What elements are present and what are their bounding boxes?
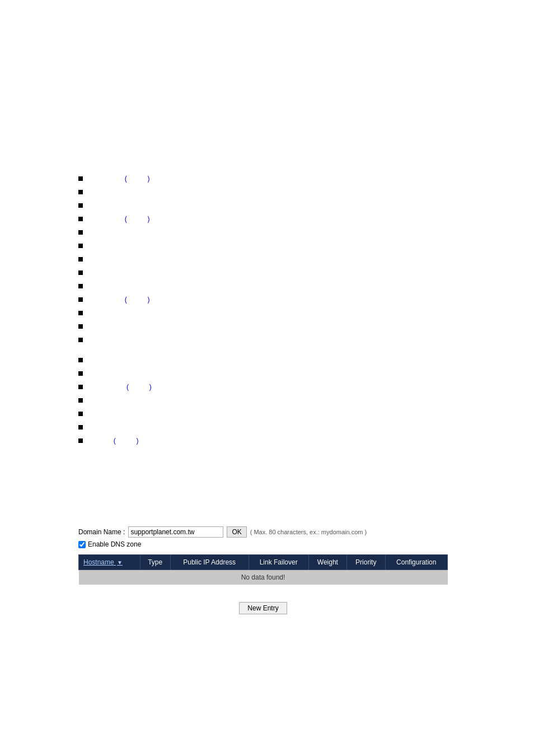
bullet-item-16: ( )	[78, 382, 152, 392]
bullet-square	[78, 385, 83, 389]
domain-name-input[interactable]	[128, 526, 223, 538]
bullet-square	[78, 217, 83, 221]
bullet-square	[78, 203, 83, 208]
bullet-square	[78, 311, 83, 315]
dns-zone-label: Enable DNS zone	[88, 540, 141, 548]
ok-button[interactable]: OK	[227, 526, 246, 538]
bullet-item-19	[78, 422, 152, 432]
bullet-item-7	[78, 254, 152, 264]
type-column-header: Type	[140, 555, 170, 570]
bullet-square	[78, 358, 83, 362]
bullet-item-20: ( )	[78, 436, 152, 446]
hostname-sort-link[interactable]: Hostname ▼	[83, 558, 123, 566]
bullet-item-4: ( )	[78, 214, 152, 224]
link-failover-column-header: Link Failover	[249, 555, 308, 570]
bullet-square	[78, 244, 83, 248]
domain-name-label: Domain Name :	[78, 528, 125, 536]
bullet-item-18	[78, 409, 152, 419]
bullet-item-8	[78, 268, 152, 278]
bullet-item-3	[78, 200, 152, 211]
bullet-item-15	[78, 368, 152, 379]
priority-column-header: Priority	[347, 555, 386, 570]
dns-zone-row: Enable DNS zone	[78, 540, 141, 548]
new-entry-row: New Entry	[78, 602, 448, 614]
domain-name-row: Domain Name : OK ( Max. 80 characters, e…	[78, 526, 367, 538]
new-entry-button[interactable]: New Entry	[239, 602, 287, 614]
bullet-item-1: ( )	[78, 174, 152, 184]
configuration-column-header: Configuration	[385, 555, 448, 570]
bullet-item-13	[78, 335, 152, 345]
bullet-item-9	[78, 281, 152, 291]
bullet-square	[78, 297, 83, 302]
bullet-square	[78, 284, 83, 288]
bullet-square	[78, 398, 83, 403]
bullet-square	[78, 230, 83, 235]
bullet-item-2	[78, 187, 152, 197]
bullet-item-14	[78, 355, 152, 365]
weight-column-header: Weight	[308, 555, 346, 570]
bullet-item-10: ( )	[78, 295, 152, 305]
dns-table: Hostname ▼ Type Public IP Address Link F…	[78, 554, 448, 585]
bullet-square	[78, 338, 83, 342]
bullet-square	[78, 438, 83, 443]
bullet-square	[78, 257, 83, 262]
public-ip-column-header: Public IP Address	[170, 555, 249, 570]
bullet-square	[78, 270, 83, 275]
domain-hint: ( Max. 80 characters, ex.: mydomain.com …	[250, 529, 367, 535]
bullet-square	[78, 425, 83, 430]
enable-dns-zone-checkbox[interactable]	[78, 541, 86, 548]
hostname-column-header[interactable]: Hostname ▼	[79, 555, 140, 570]
bullet-item-11	[78, 308, 152, 318]
bullet-square	[78, 324, 83, 329]
sort-arrow-icon: ▼	[117, 559, 123, 566]
bullet-item-6	[78, 241, 152, 251]
no-data-cell: No data found!	[79, 570, 448, 585]
bullet-square	[78, 190, 83, 194]
bullet-item-17	[78, 395, 152, 405]
dns-table-section: Hostname ▼ Type Public IP Address Link F…	[78, 554, 448, 585]
bullet-square	[78, 371, 83, 376]
bullet-square	[78, 412, 83, 416]
bullet-item-12	[78, 321, 152, 332]
bullet-item-5	[78, 227, 152, 237]
table-header-row: Hostname ▼ Type Public IP Address Link F…	[79, 555, 448, 570]
no-data-row: No data found!	[79, 570, 448, 585]
bullet-square	[78, 176, 83, 181]
